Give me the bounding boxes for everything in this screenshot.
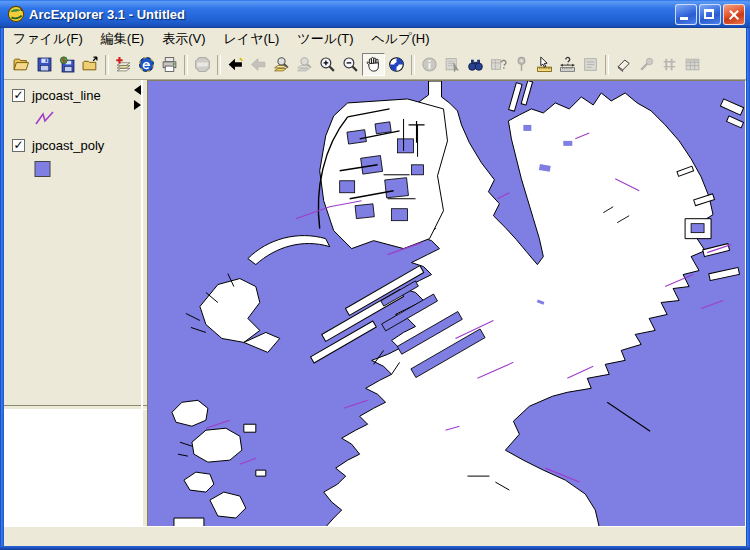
- menu-help[interactable]: ヘルプ(H): [363, 28, 439, 50]
- legend-layer-jpcoast_line: ✓jpcoast_line: [12, 86, 147, 128]
- status-bar: [4, 526, 746, 546]
- minimize-button[interactable]: [675, 4, 697, 25]
- window-border-bottom: [0, 546, 750, 550]
- window-border-right: [746, 0, 750, 550]
- arrow-fwd-icon: [250, 56, 267, 73]
- floppy-globe-icon: [59, 56, 76, 73]
- stop-icon: [194, 56, 211, 73]
- zoom-in-icon: [319, 56, 336, 73]
- select-sheet-icon: [444, 56, 461, 73]
- maximize-icon: [704, 9, 714, 19]
- layer-visibility-checkbox[interactable]: ✓: [12, 139, 25, 152]
- pan-button[interactable]: [362, 53, 385, 76]
- fence-icon: [661, 56, 678, 73]
- toolbar-separator: [605, 55, 609, 75]
- maximize-button[interactable]: [699, 4, 721, 25]
- maptips-icon: [582, 56, 599, 73]
- hand-icon: [365, 56, 382, 73]
- menu-tools[interactable]: ツール(T): [288, 28, 362, 50]
- print-button[interactable]: [158, 53, 181, 76]
- query-icon: [490, 56, 507, 73]
- zoom-theme2-icon: [296, 56, 313, 73]
- zoom-active-theme-button[interactable]: [270, 53, 293, 76]
- toolbar-separator: [411, 55, 415, 75]
- printer-icon: [161, 56, 178, 73]
- arcexplorer-web-button[interactable]: [135, 53, 158, 76]
- layer-name[interactable]: jpcoast_line: [32, 88, 101, 103]
- select-features-button: [441, 53, 464, 76]
- menu-bar: ファイル(F)編集(E)表示(V)レイヤ(L)ツール(T)ヘルプ(H): [4, 28, 746, 51]
- map-view[interactable]: [147, 80, 746, 527]
- app-icon: [7, 5, 25, 23]
- minimize-icon: [680, 17, 688, 20]
- add-theme-icon: [115, 56, 132, 73]
- toolbar-separator: [184, 55, 188, 75]
- window-title: ArcExplorer 3.1 - Untitled: [29, 7, 675, 22]
- layer-name[interactable]: jpcoast_poly: [32, 138, 104, 153]
- ruler-q-icon: [559, 56, 576, 73]
- expand-right-icon[interactable]: [134, 100, 141, 110]
- save-map-button[interactable]: [56, 53, 79, 76]
- arrow-back-icon: [227, 56, 244, 73]
- forward-extent-button: [247, 53, 270, 76]
- menu-view[interactable]: 表示(V): [153, 28, 214, 50]
- open-web-site-button[interactable]: [79, 53, 102, 76]
- map-canvas[interactable]: [148, 81, 745, 527]
- back-extent-button[interactable]: [224, 53, 247, 76]
- toc-splitter[interactable]: [141, 80, 143, 527]
- add-theme-button[interactable]: [112, 53, 135, 76]
- zoom-theme-icon: [273, 56, 290, 73]
- theme-properties-button: [658, 53, 681, 76]
- identify-button: [418, 53, 441, 76]
- line-symbol: [33, 110, 147, 128]
- measure-icon: [536, 56, 553, 73]
- query-builder-button: [487, 53, 510, 76]
- table-icon: [684, 56, 701, 73]
- toolbar: [4, 50, 746, 80]
- menu-file[interactable]: ファイル(F): [4, 28, 92, 50]
- eraser-icon: [615, 56, 632, 73]
- clear-selection-button: [635, 53, 658, 76]
- attribute-table-button: [681, 53, 704, 76]
- polygon-symbol: [33, 160, 147, 178]
- legend-panel: ✓jpcoast_line✓jpcoast_poly: [4, 80, 147, 405]
- zoom-out-icon: [342, 56, 359, 73]
- floppy-icon: [36, 56, 53, 73]
- locate-address-button: [510, 53, 533, 76]
- layer-visibility-checkbox[interactable]: ✓: [12, 89, 25, 102]
- overview-panel: [4, 410, 147, 527]
- binoculars-icon: [467, 56, 484, 73]
- info-icon: [421, 56, 438, 73]
- close-button[interactable]: [723, 4, 745, 25]
- folder-open-icon: [13, 56, 30, 73]
- save-project-button[interactable]: [33, 53, 56, 76]
- stop-button: [191, 53, 214, 76]
- globe-icon: [388, 56, 405, 73]
- clear-highlight-button[interactable]: [612, 53, 635, 76]
- zoom-in-button[interactable]: [316, 53, 339, 76]
- title-bar: ArcExplorer 3.1 - Untitled: [0, 0, 750, 28]
- folder-up-icon: [82, 56, 99, 73]
- measure-button[interactable]: [533, 53, 556, 76]
- zoom-full-extent-button[interactable]: [385, 53, 408, 76]
- wand-icon: [638, 56, 655, 73]
- map-tips-button: [579, 53, 602, 76]
- pin-icon: [513, 56, 530, 73]
- menu-layer[interactable]: レイヤ(L): [215, 28, 289, 50]
- find-button[interactable]: [464, 53, 487, 76]
- zoom-out-button[interactable]: [339, 53, 362, 76]
- open-project-button[interactable]: [10, 53, 33, 76]
- collapse-left-icon[interactable]: [134, 85, 141, 95]
- legend-layer-jpcoast_poly: ✓jpcoast_poly: [12, 136, 147, 178]
- legend-collapse-arrows: [134, 85, 141, 110]
- zoom-previous-button: [293, 53, 316, 76]
- menu-edit[interactable]: 編集(E): [92, 28, 153, 50]
- toc-panel: ✓jpcoast_line✓jpcoast_poly: [4, 80, 147, 527]
- set-units-button[interactable]: [556, 53, 579, 76]
- toolbar-separator: [105, 55, 109, 75]
- web-e-icon: [138, 56, 155, 73]
- toolbar-separator: [217, 55, 221, 75]
